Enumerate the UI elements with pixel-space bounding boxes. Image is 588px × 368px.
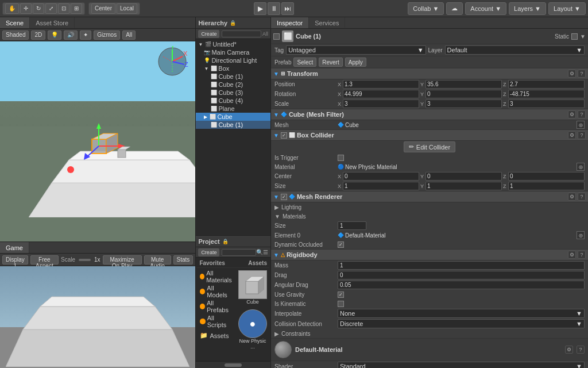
scale-slider[interactable] [79, 259, 91, 261]
prefab-select-btn[interactable]: Select [293, 57, 316, 67]
angular-drag-input[interactable] [338, 281, 585, 289]
shaded-btn[interactable]: Shaded [2, 30, 29, 40]
project-search[interactable] [222, 249, 256, 256]
interpolate-dropdown[interactable]: None▼ [338, 309, 585, 318]
scrollbar-thumb[interactable] [225, 363, 242, 367]
box-collider-enabled-check[interactable] [281, 132, 287, 139]
collab-btn[interactable]: Collab ▼ [408, 2, 444, 15]
object-active-check[interactable] [273, 33, 280, 40]
center-x-input[interactable] [343, 172, 419, 181]
rot-x-input[interactable] [343, 90, 419, 98]
rotate-tool[interactable]: ↻ [33, 3, 44, 14]
mesh-renderer-enabled-check[interactable] [281, 194, 287, 200]
tree-cube[interactable]: ▶ ⬜ Cube [196, 113, 270, 121]
display-btn[interactable]: Display 1 [2, 255, 28, 264]
transform-help-icon[interactable]: ? [578, 70, 586, 78]
fav-all-models[interactable]: All Models [198, 284, 235, 299]
mesh-filter-section[interactable]: ▼ 🔷 Cube (Mesh Filter) ⚙ ? [271, 109, 588, 120]
prefab-revert-btn[interactable]: Revert [319, 57, 342, 67]
local-btn[interactable]: Local [117, 3, 137, 14]
rot-y-input[interactable] [425, 90, 502, 98]
col-size-z-input[interactable] [508, 182, 585, 190]
gizmos-btn[interactable]: Gizmos [94, 30, 120, 40]
fx-btn[interactable]: ✦ [80, 30, 91, 40]
game-view[interactable] [0, 266, 195, 368]
layout-btn[interactable]: Layout ▼ [548, 2, 586, 15]
rigidbody-section[interactable]: ▼ △ Rigidbody ⚙ ? [271, 250, 588, 260]
stats-btn[interactable]: Stats [173, 255, 194, 264]
tab-scene[interactable]: Scene [0, 17, 30, 28]
use-gravity-check[interactable] [338, 292, 344, 298]
center-z-input[interactable] [508, 172, 585, 181]
step-button[interactable]: ⏭ [281, 2, 294, 15]
tree-box[interactable]: ▼ ⬜ Box [196, 64, 270, 72]
transform-section[interactable]: ▼ ⊞ Transform ⚙ ? [271, 68, 588, 79]
constraints-row[interactable]: ▶ Constraints [271, 329, 588, 338]
play-button[interactable]: ▶ [254, 2, 266, 15]
drag-input[interactable] [338, 271, 585, 279]
search-icon[interactable]: 🔍 [256, 249, 263, 255]
tree-directional-light[interactable]: 💡 Directional Light [196, 56, 270, 64]
mesh-renderer-settings-icon[interactable]: ⚙ [568, 193, 576, 201]
tree-cube2[interactable]: ⬜ Cube (2) [196, 80, 270, 89]
account-btn[interactable]: Account ▼ [465, 2, 506, 15]
multi-tool[interactable]: ⊞ [71, 3, 82, 14]
rot-z-input[interactable] [508, 90, 585, 98]
material-settings-icon[interactable]: ⚙ [565, 346, 573, 354]
tree-plane[interactable]: ⬜ Plane [196, 105, 270, 113]
box-collider-section[interactable]: ▼ ⬜ Box Collider ⚙ ? [271, 130, 588, 141]
tab-game[interactable]: Game [0, 242, 29, 253]
hierarchy-create-btn[interactable]: Create [198, 30, 219, 38]
mesh-filter-help-icon[interactable]: ? [578, 110, 586, 118]
scale-tool[interactable]: ⤢ [45, 3, 57, 14]
material-help-icon[interactable]: ? [577, 346, 585, 354]
mesh-renderer-section[interactable]: ▼ 🔷 Mesh Renderer ⚙ ? [271, 191, 588, 202]
fav-assets[interactable]: 📁 Assets [198, 331, 235, 340]
static-check[interactable] [571, 33, 578, 40]
project-create-btn[interactable]: Create [198, 248, 219, 256]
mesh-renderer-help-icon[interactable]: ? [578, 193, 586, 201]
mute-btn[interactable]: Mute Audio [144, 255, 171, 264]
scale-x-input[interactable] [343, 99, 419, 108]
edit-collider-btn[interactable]: ✏ Edit Collider [404, 141, 455, 152]
collision-dropdown[interactable]: Discrete▼ [338, 319, 585, 328]
mat-size-input[interactable] [338, 221, 366, 230]
elem0-pick-btn[interactable]: ◎ [577, 231, 585, 239]
pos-z-input[interactable] [508, 80, 585, 89]
tree-untitled[interactable]: ▼ 🎬 Untitled* [196, 40, 270, 48]
is-kinematic-check[interactable] [338, 301, 344, 307]
fav-all-materials[interactable]: All Materials [198, 269, 235, 284]
layers-btn[interactable]: Layers ▼ [509, 2, 546, 15]
tree-cube3[interactable]: ⬜ Cube (3) [196, 89, 270, 97]
pos-x-input[interactable] [343, 80, 419, 89]
rigidbody-help-icon[interactable]: ? [578, 251, 586, 259]
physic-material-asset[interactable]: ● New Physic ... [238, 309, 267, 350]
2d-btn[interactable]: 2D [31, 30, 45, 40]
tree-cube4[interactable]: ⬜ Cube (4) [196, 97, 270, 105]
tab-asset-store[interactable]: Asset Store [30, 17, 75, 28]
col-size-y-input[interactable] [425, 182, 502, 190]
hand-tool[interactable]: ✋ [5, 3, 19, 14]
mass-input[interactable] [338, 261, 585, 270]
prefab-apply-btn[interactable]: Apply [345, 57, 366, 67]
mat-pick-btn[interactable]: ◎ [577, 163, 585, 171]
center-btn[interactable]: Center [91, 3, 115, 14]
pause-button[interactable]: ⏸ [268, 2, 280, 15]
fav-all-scripts[interactable]: All Scripts [198, 314, 235, 329]
tree-cube1[interactable]: ⬜ Cube (1) [196, 72, 270, 80]
tree-main-camera[interactable]: 📷 Main Camera [196, 48, 270, 56]
scale-y-input[interactable] [425, 99, 502, 108]
scene-view[interactable]: X Y Z [0, 41, 195, 241]
tag-dropdown[interactable]: Untagged▼ [286, 45, 425, 55]
lights-btn[interactable]: 💡 [48, 30, 61, 40]
box-collider-settings-icon[interactable]: ⚙ [568, 131, 576, 139]
rect-tool[interactable]: ⊡ [58, 3, 69, 14]
move-tool[interactable]: ✛ [20, 3, 32, 14]
aspect-btn[interactable]: Free Aspect [30, 255, 59, 264]
maximize-btn[interactable]: Maximize On Play [103, 255, 142, 264]
box-collider-help-icon[interactable]: ? [578, 131, 586, 139]
tree-cube-1[interactable]: ⬜ Cube (1) [196, 121, 270, 129]
filter-icon[interactable]: ☰ [263, 249, 268, 255]
cloud-btn[interactable]: ☁ [446, 2, 463, 15]
shader-dropdown[interactable]: Standard▼ [338, 362, 585, 368]
